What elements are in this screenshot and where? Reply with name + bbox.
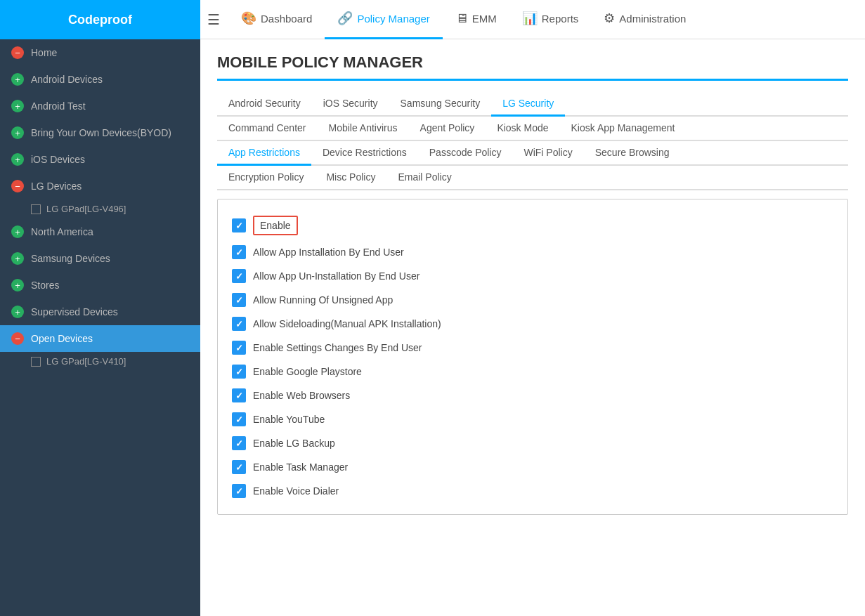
hamburger-icon[interactable]: ☰ bbox=[207, 11, 220, 28]
brand-logo: Codeproof bbox=[0, 0, 200, 39]
sidebar-item-open-devices[interactable]: −Open Devices bbox=[0, 325, 200, 352]
tab-row-3: App RestrictionsDevice RestrictionsPassc… bbox=[217, 141, 848, 166]
sidebar-item-android-test[interactable]: +Android Test bbox=[0, 93, 200, 119]
policy-item-allow-unsigned: Allow Running Of Unsigned App bbox=[232, 288, 833, 312]
policy-label-enable-voice-dialer: Enable Voice Dialer bbox=[253, 485, 339, 497]
subtab-agent-policy[interactable]: Agent Policy bbox=[409, 117, 486, 141]
checkbox-allow-unsigned[interactable] bbox=[232, 293, 246, 307]
policy-box: EnableAllow App Installation By End User… bbox=[217, 199, 848, 515]
policy-item-enable-lg-backup: Enable LG Backup bbox=[232, 431, 833, 455]
policy-label-allow-install: Allow App Installation By End User bbox=[253, 247, 404, 258]
sidebar-label-samsung-devices: Samsung Devices bbox=[31, 253, 110, 264]
minus-icon: − bbox=[11, 332, 24, 345]
plus-icon: + bbox=[11, 279, 24, 291]
subtab-mobile-antivirus[interactable]: Mobile Antivirus bbox=[318, 117, 409, 141]
policy-item-allow-sideloading: Allow Sideloading(Manual APK Installatio… bbox=[232, 312, 833, 336]
policy-label-allow-sideloading: Allow Sideloading(Manual APK Installatio… bbox=[253, 318, 441, 329]
plus-icon: + bbox=[11, 100, 24, 112]
subtab-app-restrictions[interactable]: App Restrictions bbox=[217, 141, 311, 166]
sidebar-item-samsung-devices[interactable]: +Samsung Devices bbox=[0, 245, 200, 272]
policy-label-allow-unsigned: Allow Running Of Unsigned App bbox=[253, 294, 393, 306]
checkbox-allow-uninstall[interactable] bbox=[232, 269, 246, 283]
policy-item-enable-youtube: Enable YouTube bbox=[232, 407, 833, 431]
plus-icon: + bbox=[11, 126, 24, 139]
policy-label-enable: Enable bbox=[253, 216, 298, 235]
sidebar-label-byod: Bring Your Own Devices(BYOD) bbox=[31, 127, 171, 138]
policy-item-enable-settings: Enable Settings Changes By End User bbox=[232, 336, 833, 360]
subtab-command-center[interactable]: Command Center bbox=[217, 117, 318, 141]
sidebar-item-home[interactable]: −Home bbox=[0, 39, 200, 66]
policy-item-enable-voice-dialer: Enable Voice Dialer bbox=[232, 479, 833, 503]
sidebar-label-home: Home bbox=[31, 47, 57, 58]
sidebar-label-lg-devices: LG Devices bbox=[31, 181, 82, 192]
sidebar-item-supervised-devices[interactable]: +Supervised Devices bbox=[0, 299, 200, 325]
checkbox-enable-youtube[interactable] bbox=[232, 412, 246, 426]
administration-icon: ⚙ bbox=[604, 11, 615, 26]
checkbox-enable-settings[interactable] bbox=[232, 341, 246, 355]
tab-lg-security[interactable]: LG Security bbox=[491, 92, 565, 117]
reports-icon: 📊 bbox=[522, 11, 538, 26]
sidebar-item-lg-devices[interactable]: −LG Devices bbox=[0, 173, 200, 199]
checkbox-allow-install[interactable] bbox=[232, 245, 246, 259]
policy-item-allow-uninstall: Allow App Un-Installation By End User bbox=[232, 264, 833, 288]
subtab-passcode-policy[interactable]: Passcode Policy bbox=[418, 141, 513, 166]
checkbox-enable-lg-backup[interactable] bbox=[232, 436, 246, 450]
plus-icon: + bbox=[11, 225, 24, 238]
dashboard-icon: 🎨 bbox=[241, 11, 256, 26]
plus-icon: + bbox=[11, 73, 24, 86]
sidebar-label-supervised-devices: Supervised Devices bbox=[31, 306, 118, 317]
sidebar-label-ios-devices: iOS Devices bbox=[31, 154, 85, 165]
checkbox-enable-voice-dialer[interactable] bbox=[232, 484, 246, 498]
plus-icon: + bbox=[11, 153, 24, 166]
nav-item-reports[interactable]: 📊Reports bbox=[509, 0, 592, 39]
sidebar-item-lg-gpad-v410[interactable]: LG GPad[LG-V410] bbox=[0, 352, 200, 371]
tab-android-security[interactable]: Android Security bbox=[217, 92, 312, 117]
minus-icon: − bbox=[11, 46, 24, 59]
square-icon bbox=[31, 204, 41, 214]
emm-icon: 🖥 bbox=[455, 11, 468, 26]
subtab-wifi-policy[interactable]: WiFi Policy bbox=[512, 141, 583, 166]
subtab-kiosk-mode[interactable]: Kiosk Mode bbox=[486, 117, 559, 141]
policy-item-enable: Enable bbox=[232, 211, 833, 240]
sidebar-item-android-devices[interactable]: +Android Devices bbox=[0, 66, 200, 93]
tab-row-4: Encryption PolicyMisc PolicyEmail Policy bbox=[217, 166, 848, 190]
sidebar-item-stores[interactable]: +Stores bbox=[0, 272, 200, 299]
subtab-secure-browsing[interactable]: Secure Browsing bbox=[584, 141, 681, 166]
top-navigation: ☰ 🎨Dashboard🔗Policy Manager🖥EMM📊Reports⚙… bbox=[200, 0, 865, 39]
nav-item-emm[interactable]: 🖥EMM bbox=[443, 0, 509, 39]
nav-items: 🎨Dashboard🔗Policy Manager🖥EMM📊Reports⚙Ad… bbox=[228, 0, 698, 39]
policy-item-enable-browsers: Enable Web Browsers bbox=[232, 384, 833, 407]
checkbox-enable[interactable] bbox=[232, 218, 246, 232]
policy-item-enable-playstore: Enable Google Playstore bbox=[232, 360, 833, 384]
checkbox-enable-task-manager[interactable] bbox=[232, 460, 246, 474]
subtab-device-restrictions[interactable]: Device Restrictions bbox=[311, 141, 418, 166]
nav-label-reports: Reports bbox=[542, 13, 579, 25]
nav-label-administration: Administration bbox=[619, 13, 686, 25]
sidebar-item-ios-devices[interactable]: +iOS Devices bbox=[0, 146, 200, 173]
checkbox-enable-playstore[interactable] bbox=[232, 365, 246, 379]
sidebar-item-north-america[interactable]: +North America bbox=[0, 218, 200, 245]
tab-row-1: Android SecurityiOS SecuritySamsung Secu… bbox=[217, 92, 848, 117]
checkbox-allow-sideloading[interactable] bbox=[232, 317, 246, 331]
subtab2-encryption-policy[interactable]: Encryption Policy bbox=[217, 166, 315, 190]
nav-item-policy-manager[interactable]: 🔗Policy Manager bbox=[325, 0, 442, 39]
subtab-kiosk-app-management[interactable]: Kiosk App Management bbox=[560, 117, 687, 141]
sidebar-label-lg-gpad-v496: LG GPad[LG-V496] bbox=[46, 204, 126, 214]
nav-item-administration[interactable]: ⚙Administration bbox=[591, 0, 698, 39]
nav-item-dashboard[interactable]: 🎨Dashboard bbox=[228, 0, 325, 39]
subtab2-email-policy[interactable]: Email Policy bbox=[386, 166, 462, 190]
tab-ios-security[interactable]: iOS Security bbox=[312, 92, 389, 117]
checkbox-enable-browsers[interactable] bbox=[232, 388, 246, 402]
main-layout: −Home+Android Devices+Android Test+Bring… bbox=[0, 39, 865, 616]
sidebar-label-lg-gpad-v410: LG GPad[LG-V410] bbox=[46, 356, 126, 367]
subtab2-misc-policy[interactable]: Misc Policy bbox=[315, 166, 386, 190]
policy-label-enable-lg-backup: Enable LG Backup bbox=[253, 438, 335, 449]
brand-name: Codeproof bbox=[68, 13, 132, 27]
tab-samsung-security[interactable]: Samsung Security bbox=[389, 92, 492, 117]
plus-icon: + bbox=[11, 252, 24, 265]
policy-label-allow-uninstall: Allow App Un-Installation By End User bbox=[253, 270, 420, 282]
minus-icon: − bbox=[11, 180, 24, 192]
sidebar-item-byod[interactable]: +Bring Your Own Devices(BYOD) bbox=[0, 119, 200, 146]
sidebar-item-lg-gpad-v496[interactable]: LG GPad[LG-V496] bbox=[0, 199, 200, 218]
sidebar-label-android-devices: Android Devices bbox=[31, 74, 103, 85]
